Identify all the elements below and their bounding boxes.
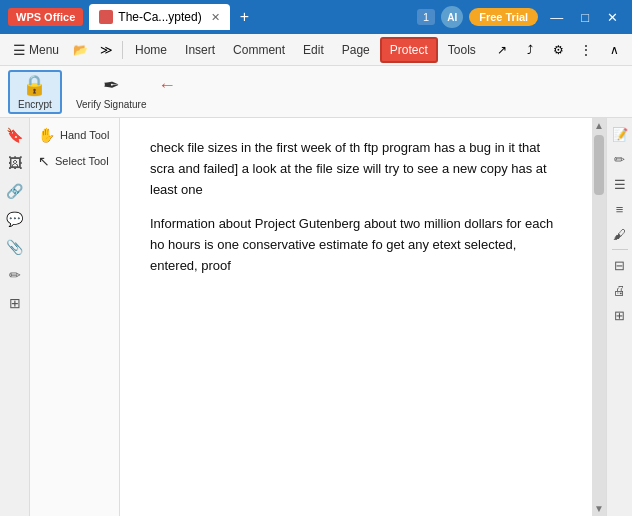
- settings-icon[interactable]: ⚙: [546, 38, 570, 62]
- sidebar-bookmark-icon[interactable]: 🔖: [4, 124, 26, 146]
- document-content: check file sizes in the first week of th…: [120, 118, 592, 311]
- sidebar-annotation-icon[interactable]: 💬: [4, 208, 26, 230]
- encrypt-label: Encrypt: [18, 99, 52, 110]
- tab-page[interactable]: Page: [334, 39, 378, 61]
- protect-toolbar: ← 🔒 Encrypt ✒ Verify Signature: [0, 66, 632, 118]
- minimize-button[interactable]: —: [544, 8, 569, 27]
- menu-bar: ☰ Menu 📂 ≫ Home Insert Comment Edit Page…: [0, 34, 632, 66]
- rs-list2-icon[interactable]: ≡: [610, 199, 630, 219]
- doc-icon: [99, 10, 113, 24]
- scroll-thumb[interactable]: [594, 135, 604, 195]
- paragraph-2: Information about Project Gutenberg abou…: [150, 214, 562, 276]
- pager-display: 1: [417, 9, 435, 25]
- menu-right-actions: ↗ ⤴ ⚙ ⋮ ∧: [490, 38, 626, 62]
- tab-tools[interactable]: Tools: [440, 39, 484, 61]
- lock-icon: 🔒: [22, 73, 47, 97]
- sidebar-clip-icon[interactable]: 📎: [4, 236, 26, 258]
- hand-tool-btn[interactable]: ✋ Hand Tool: [32, 122, 117, 148]
- nav-expand-btn[interactable]: ≫: [94, 38, 118, 62]
- document-page: check file sizes in the first week of th…: [120, 118, 592, 516]
- verify-signature-button[interactable]: ✒ Verify Signature: [66, 70, 157, 114]
- hand-icon: ✋: [38, 127, 55, 143]
- wps-logo[interactable]: WPS Office: [8, 8, 83, 26]
- user-avatar[interactable]: AI: [441, 6, 463, 28]
- hand-tool-label: Hand Tool: [60, 129, 109, 141]
- tab-close-btn[interactable]: ✕: [211, 11, 220, 24]
- tab-insert[interactable]: Insert: [177, 39, 223, 61]
- right-sidebar: 📝 ✏ ☰ ≡ 🖌 ⊟ 🖨 ⊞: [606, 118, 632, 516]
- sidebar-image-icon[interactable]: 🖼: [4, 152, 26, 174]
- rs-brush-icon[interactable]: 🖌: [610, 224, 630, 244]
- rs-separator: [612, 249, 628, 250]
- cursor-icon: ↖: [38, 153, 50, 169]
- verify-label: Verify Signature: [76, 99, 147, 110]
- signature-icon: ✒: [103, 73, 120, 97]
- share-icon[interactable]: ↗: [490, 38, 514, 62]
- open-file-btn[interactable]: 📂: [68, 38, 92, 62]
- rs-grid-icon[interactable]: ⊞: [610, 305, 630, 325]
- left-tool-panel: ✋ Hand Tool ↖ Select Tool: [30, 118, 120, 516]
- paragraph-1: check file sizes in the first week of th…: [150, 138, 562, 200]
- document-area: check file sizes in the first week of th…: [120, 118, 606, 516]
- separator: [122, 41, 123, 59]
- rs-lines-icon[interactable]: ⊟: [610, 255, 630, 275]
- sidebar-table-icon[interactable]: ⊞: [4, 292, 26, 314]
- rs-edit2-icon[interactable]: ✏: [610, 149, 630, 169]
- red-arrow-annotation: ←: [158, 75, 176, 96]
- menu-button[interactable]: ☰ Menu: [6, 38, 66, 62]
- tab-comment[interactable]: Comment: [225, 39, 293, 61]
- maximize-button[interactable]: □: [575, 8, 595, 27]
- left-sidebar: 🔖 🖼 🔗 💬 📎 ✏ ⊞: [0, 118, 30, 516]
- encrypt-button[interactable]: 🔒 Encrypt: [8, 70, 62, 114]
- select-tool-label: Select Tool: [55, 155, 109, 167]
- free-trial-button[interactable]: Free Trial: [469, 8, 538, 26]
- main-layout: 🔖 🖼 🔗 💬 📎 ✏ ⊞ ✋ Hand Tool ↖ Select Tool …: [0, 118, 632, 516]
- new-tab-btn[interactable]: +: [240, 8, 249, 26]
- tab-edit[interactable]: Edit: [295, 39, 332, 61]
- select-tool-btn[interactable]: ↖ Select Tool: [32, 148, 117, 174]
- rs-printer-icon[interactable]: 🖨: [610, 280, 630, 300]
- menu-label: Menu: [29, 43, 59, 57]
- more-icon[interactable]: ⋮: [574, 38, 598, 62]
- sidebar-edit-icon[interactable]: ✏: [4, 264, 26, 286]
- vertical-scrollbar[interactable]: ▲ ▼: [592, 118, 606, 516]
- tab-home[interactable]: Home: [127, 39, 175, 61]
- scroll-up-btn[interactable]: ▲: [592, 118, 606, 133]
- close-button[interactable]: ✕: [601, 8, 624, 27]
- tab-title: The-Ca...ypted): [118, 10, 201, 24]
- scroll-down-btn[interactable]: ▼: [592, 501, 606, 516]
- tab-protect[interactable]: Protect: [380, 37, 438, 63]
- chevron-up-icon[interactable]: ∧: [602, 38, 626, 62]
- export-icon[interactable]: ⤴: [518, 38, 542, 62]
- rs-edit1-icon[interactable]: 📝: [610, 124, 630, 144]
- rs-list1-icon[interactable]: ☰: [610, 174, 630, 194]
- title-bar: WPS Office The-Ca...ypted) ✕ + 1 AI Free…: [0, 0, 632, 34]
- sidebar-link-icon[interactable]: 🔗: [4, 180, 26, 202]
- document-tab[interactable]: The-Ca...ypted) ✕: [89, 4, 229, 30]
- hamburger-icon: ☰: [13, 42, 26, 58]
